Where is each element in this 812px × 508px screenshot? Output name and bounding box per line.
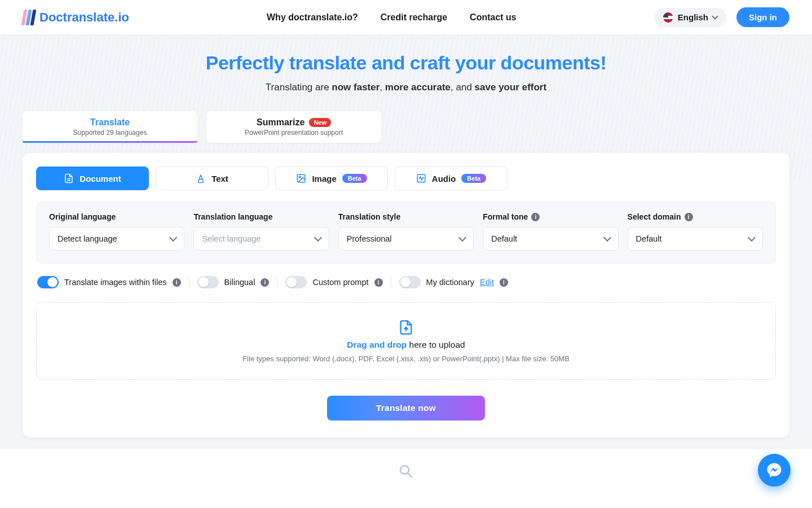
dropzone-support-text: File types supported: Word (.docx), PDF,…	[242, 354, 570, 363]
label-original-language: Original language	[49, 212, 184, 221]
switch-bilingual[interactable]	[197, 276, 219, 288]
select-original-language[interactable]: Detect language	[49, 227, 184, 251]
action-row: Translate now	[36, 396, 776, 421]
audio-icon	[416, 173, 426, 183]
bottom-section	[0, 449, 812, 508]
value-formal-tone: Default	[491, 234, 517, 243]
toggle-translate-images: Translate images within files i	[37, 276, 181, 288]
divider	[189, 277, 189, 288]
main-card: Document Text Image Beta Audio Beta Orig…	[23, 153, 789, 437]
switch-custom-prompt[interactable]	[285, 276, 307, 288]
dropzone-rest: here to upload	[407, 340, 465, 349]
translate-now-button[interactable]: Translate now	[327, 396, 485, 421]
mode-summarize-title: Summarize	[257, 117, 304, 128]
chevron-down-icon	[458, 234, 466, 242]
edit-dictionary-link[interactable]: Edit	[480, 278, 494, 287]
language-selector[interactable]: English	[654, 8, 726, 27]
field-domain: Select domaini Default	[628, 212, 763, 251]
select-translation-language[interactable]: Select language	[193, 227, 329, 251]
value-translation-style: Professional	[347, 234, 392, 243]
mode-tabs: Translate Supported 29 languages Summari…	[0, 111, 812, 143]
toggle-bilingual: Bilingual i	[197, 276, 270, 288]
svg-point-6	[400, 466, 409, 474]
chat-fab[interactable]	[758, 454, 791, 487]
nav-center: Why doctranslate.io? Credit recharge Con…	[129, 12, 654, 23]
nav-link-contact[interactable]: Contact us	[470, 12, 517, 23]
label-custom-prompt: Custom prompt	[312, 278, 368, 287]
type-tabs: Document Text Image Beta Audio Beta	[36, 167, 776, 190]
tab-audio[interactable]: Audio Beta	[395, 167, 508, 190]
tab-document[interactable]: Document	[36, 167, 149, 190]
upload-file-icon	[398, 319, 414, 335]
toggles-row: Translate images within files i Bilingua…	[36, 276, 776, 288]
brand-name: Doctranslate.io	[39, 10, 129, 25]
hero-sub-prefix: Translating are	[266, 82, 332, 93]
mode-translate-title: Translate	[90, 117, 130, 128]
tab-image[interactable]: Image Beta	[275, 167, 388, 190]
logo-icon	[23, 10, 35, 25]
label-bilingual: Bilingual	[224, 278, 255, 287]
value-translation-language: Select language	[202, 234, 261, 243]
language-label: English	[678, 12, 708, 22]
chevron-down-icon	[169, 234, 177, 242]
nav-link-credit[interactable]: Credit recharge	[381, 12, 447, 23]
feature-icon	[398, 463, 414, 480]
info-icon[interactable]: i	[261, 278, 269, 287]
mode-translate-sub: Supported 29 languages	[73, 129, 147, 137]
value-original-language: Detect language	[58, 234, 117, 243]
hero-sub-b2: more accurate	[385, 82, 451, 93]
label-my-dictionary: My dictionary	[426, 278, 474, 287]
select-formal-tone[interactable]: Default	[483, 227, 618, 251]
mode-translate[interactable]: Translate Supported 29 languages	[23, 111, 197, 143]
image-icon	[296, 173, 306, 183]
dropzone-dragdrop: Drag and drop	[347, 340, 407, 349]
brand-logo[interactable]: Doctranslate.io	[23, 10, 129, 25]
label-formal-tone: Formal tonei	[483, 212, 618, 221]
chevron-down-icon	[748, 234, 756, 242]
hero-sub-b3: save your effort	[475, 82, 547, 93]
mode-summarize[interactable]: Summarize New PowerPoint presentation su…	[206, 111, 381, 143]
switch-translate-images[interactable]	[37, 276, 59, 288]
hero-sub-b1: now faster	[332, 82, 379, 93]
document-icon	[64, 173, 74, 183]
info-icon[interactable]: i	[500, 278, 508, 287]
chevron-down-icon	[314, 234, 322, 242]
nav-right: English Sign in	[654, 7, 789, 27]
topbar: Doctranslate.io Why doctranslate.io? Cre…	[0, 0, 812, 35]
select-domain[interactable]: Default	[628, 227, 763, 251]
beta-badge: Beta	[342, 174, 367, 183]
mode-summarize-sub: PowerPoint presentation support	[245, 129, 343, 137]
info-icon[interactable]: i	[685, 213, 693, 221]
hero-subtitle: Translating are now faster, more accurat…	[0, 82, 812, 93]
info-icon[interactable]: i	[531, 213, 540, 221]
select-translation-style[interactable]: Professional	[338, 227, 474, 251]
toggle-custom-prompt: Custom prompt i	[285, 276, 382, 288]
hero-sub-sep2: , and	[451, 82, 475, 93]
chevron-down-icon	[603, 234, 611, 242]
info-icon[interactable]: i	[374, 278, 383, 287]
nav-link-why[interactable]: Why doctranslate.io?	[267, 12, 358, 23]
switch-my-dictionary[interactable]	[399, 276, 421, 288]
info-icon[interactable]: i	[173, 278, 181, 287]
divider	[277, 277, 277, 288]
field-translation-style: Translation style Professional	[338, 212, 474, 251]
label-formal-tone-text: Formal tone	[483, 212, 528, 221]
tab-image-label: Image	[312, 174, 336, 183]
field-translation-language: Translation language Select language	[193, 212, 329, 251]
upload-dropzone[interactable]: Drag and drop here to upload File types …	[36, 302, 776, 380]
hero: Perfectly translate and craft your docum…	[0, 35, 812, 104]
options-row: Original language Detect language Transl…	[36, 202, 776, 264]
label-translation-style: Translation style	[338, 212, 474, 221]
tab-document-label: Document	[80, 174, 121, 183]
beta-badge: Beta	[461, 174, 486, 183]
field-formal-tone: Formal tonei Default	[483, 212, 618, 251]
label-domain: Select domaini	[628, 212, 763, 221]
tab-text-label: Text	[211, 174, 228, 183]
signin-button[interactable]: Sign in	[736, 7, 789, 27]
tab-audio-label: Audio	[432, 174, 456, 183]
divider	[391, 277, 391, 288]
tab-text[interactable]: Text	[156, 167, 268, 190]
label-translate-images: Translate images within files	[64, 278, 167, 287]
flag-us-icon	[663, 12, 673, 23]
value-domain: Default	[636, 234, 662, 243]
